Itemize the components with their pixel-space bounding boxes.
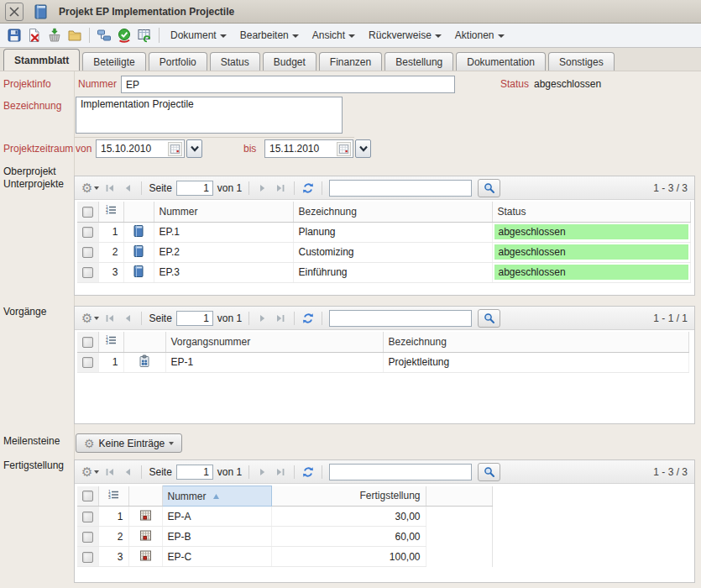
page-number-input[interactable] — [176, 181, 213, 196]
cell-vorgangsnummer[interactable]: EP-1 — [165, 352, 383, 372]
bezeichnung-textarea[interactable]: Implementation Projectile — [76, 97, 343, 134]
menu-rueckverweise[interactable]: Rückverweise — [362, 26, 448, 45]
calendar-picker-button[interactable] — [337, 142, 351, 156]
row-number-column-header[interactable]: 123 — [98, 486, 128, 507]
tab-budget[interactable]: Budget — [263, 52, 316, 71]
cell-nummer[interactable]: EP-A — [162, 507, 271, 527]
refresh-button[interactable] — [301, 181, 315, 195]
last-page-button[interactable] — [274, 312, 287, 325]
column-header-nummer-sorted[interactable]: Nummer — [162, 486, 271, 507]
next-page-button[interactable] — [256, 312, 269, 325]
last-page-button[interactable] — [274, 181, 287, 195]
table-row[interactable]: 3 EP-C 100,00 — [77, 547, 492, 567]
von-date-dropdown-button[interactable] — [186, 139, 202, 158]
row-checkbox[interactable] — [82, 552, 93, 563]
tab-stammblatt[interactable]: Stammblatt — [3, 49, 80, 71]
select-all-checkbox[interactable] — [82, 337, 93, 348]
grid-settings-button[interactable]: ⚙ — [81, 181, 99, 194]
von-date-field[interactable]: 15.10.2010 — [96, 139, 185, 158]
open-folder-button[interactable] — [65, 26, 85, 45]
first-page-button[interactable] — [103, 181, 117, 195]
bis-date-dropdown-button[interactable] — [355, 139, 371, 158]
table-row[interactable]: 2 EP.2 Customizing abgeschlossen — [77, 242, 690, 262]
grid-search-input[interactable] — [329, 310, 472, 327]
close-button[interactable] — [5, 3, 24, 21]
grid-settings-button[interactable]: ⚙ — [81, 312, 99, 324]
tab-beteiligte[interactable]: Beteiligte — [82, 52, 145, 71]
tab-status[interactable]: Status — [210, 52, 260, 71]
record-icon-cell[interactable] — [123, 242, 154, 262]
basket-button[interactable] — [44, 26, 65, 45]
grid-search-button[interactable] — [478, 179, 500, 197]
recalculate-button[interactable] — [134, 26, 154, 45]
bis-date-field[interactable]: 15.11.2010 — [264, 139, 353, 158]
prev-page-button[interactable] — [121, 181, 134, 195]
completion-grid-icon — [139, 529, 152, 542]
menu-bearbeiten[interactable]: Bearbeiten — [233, 26, 306, 45]
row-number-column-header[interactable]: 123 — [98, 332, 123, 352]
first-page-button[interactable] — [103, 312, 117, 325]
cell-nummer[interactable]: EP.2 — [154, 242, 293, 262]
tab-finanzen[interactable]: Finanzen — [319, 52, 382, 71]
column-header-bezeichnung[interactable]: Bezeichnung — [293, 202, 492, 222]
prev-page-button[interactable] — [121, 465, 134, 479]
column-header-fertigstellung[interactable]: Fertigstellung — [271, 486, 426, 507]
select-all-checkbox[interactable] — [82, 207, 93, 218]
grid-search-button[interactable] — [478, 309, 500, 328]
next-page-button[interactable] — [256, 465, 269, 479]
grid-search-button[interactable] — [478, 463, 500, 481]
row-checkbox[interactable] — [82, 512, 93, 522]
record-icon-cell[interactable] — [128, 527, 162, 547]
last-page-button[interactable] — [274, 465, 287, 479]
refresh-button[interactable] — [301, 312, 315, 325]
next-page-button[interactable] — [256, 181, 269, 195]
grid-search-input[interactable] — [329, 464, 472, 480]
approve-button[interactable] — [114, 26, 134, 45]
grid-settings-button[interactable]: ⚙ — [81, 465, 99, 478]
tab-bestellung[interactable]: Bestellung — [385, 52, 453, 71]
table-row[interactable]: 1 EP-1 Projektleitung — [77, 352, 688, 372]
menu-dokument[interactable]: Dokument — [164, 26, 233, 45]
column-header-vorgangsnummer[interactable]: Vorgangsnummer — [165, 332, 383, 352]
tab-portfolio[interactable]: Portfolio — [149, 52, 207, 71]
first-page-button[interactable] — [103, 465, 117, 479]
record-icon-cell[interactable] — [123, 262, 154, 282]
row-checkbox[interactable] — [82, 267, 93, 278]
table-row[interactable]: 2 EP-B 60,00 — [77, 527, 492, 547]
nummer-input[interactable] — [121, 76, 455, 93]
select-all-checkbox[interactable] — [82, 491, 93, 501]
tab-dokumentation[interactable]: Dokumentation — [456, 52, 546, 71]
grid-search-input[interactable] — [329, 180, 472, 197]
table-row[interactable]: 1 EP.1 Planung abgeschlossen — [77, 222, 690, 242]
cell-nummer[interactable]: EP-B — [162, 527, 271, 547]
row-checkbox[interactable] — [82, 227, 93, 238]
save-button[interactable] — [4, 26, 24, 45]
record-icon-cell[interactable] — [123, 222, 154, 242]
refresh-button[interactable] — [301, 465, 315, 479]
column-header-bezeichnung[interactable]: Bezeichnung — [383, 332, 688, 352]
calendar-picker-button[interactable] — [168, 142, 182, 156]
row-checkbox[interactable] — [82, 532, 93, 543]
hierarchy-button[interactable] — [94, 26, 114, 45]
cell-nummer[interactable]: EP.1 — [154, 222, 293, 242]
tab-sonstiges[interactable]: Sonstiges — [548, 52, 615, 71]
cell-nummer[interactable]: EP.3 — [154, 262, 293, 282]
menu-aktionen[interactable]: Aktionen — [448, 26, 511, 45]
record-icon-cell[interactable] — [128, 507, 162, 527]
menu-ansicht[interactable]: Ansicht — [306, 26, 362, 45]
row-checkbox[interactable] — [82, 357, 93, 368]
record-icon-cell[interactable] — [123, 352, 165, 372]
column-header-nummer[interactable]: Nummer — [154, 202, 293, 222]
page-number-input[interactable] — [176, 465, 213, 480]
page-number-input[interactable] — [176, 311, 213, 326]
row-checkbox[interactable] — [82, 247, 93, 258]
cell-nummer[interactable]: EP-C — [162, 547, 271, 567]
table-row[interactable]: 3 EP.3 Einführung abgeschlossen — [77, 262, 690, 282]
meilensteine-menu-button[interactable]: ⚙ Keine Einträge — [76, 433, 182, 453]
row-number-column-header[interactable]: 123 — [98, 202, 123, 222]
record-icon-cell[interactable] — [128, 547, 162, 567]
delete-button[interactable] — [24, 26, 44, 45]
prev-page-button[interactable] — [121, 312, 134, 325]
column-header-status[interactable]: Status — [492, 202, 690, 222]
table-row[interactable]: 1 EP-A 30,00 — [77, 507, 492, 527]
